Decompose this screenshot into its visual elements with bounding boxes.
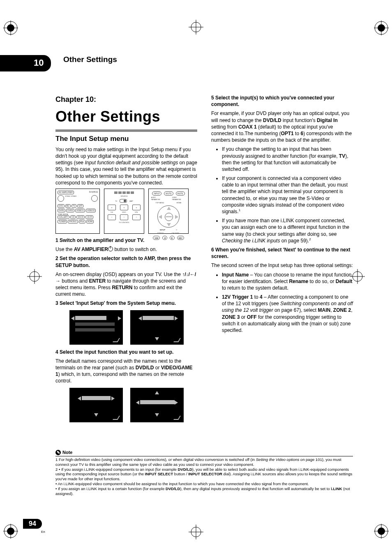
power-icon	[58, 195, 64, 202]
list-item: If you have more than one i.LINK compone…	[222, 217, 353, 244]
header-row: Other Settings	[58, 55, 363, 64]
note-label: ✎Note	[55, 450, 72, 456]
footnote-2c: • If you assign an i.LINK input to a cer…	[55, 486, 353, 496]
registration-mark-icon	[374, 524, 389, 539]
crop-mark-icon	[27, 269, 42, 284]
footnote-2b: • An i.LINK-equipped video component sho…	[55, 481, 353, 486]
note-icon: ✎	[55, 450, 61, 455]
list-item: If your component is connected via a com…	[222, 175, 353, 215]
remote-diagram-3: INPUTMUTEMUTE AUDIO PARAMETERVIDEO PARAM…	[148, 189, 189, 234]
step-2-body: An on-screen display (OSD) appears on yo…	[55, 271, 197, 298]
osd-diagram-row-2	[55, 388, 197, 422]
running-head: Other Settings	[63, 55, 117, 64]
remote-diagram-1: AV AMPLIFIERSOURCE ZONE2 ZONE3 DVDBDTVSA…	[55, 189, 100, 234]
footnote-1: 1 For high-definition video (using compo…	[55, 457, 353, 467]
crop-mark-icon	[189, 20, 203, 35]
dpad-icon: ENTER	[157, 205, 180, 228]
registration-mark-icon	[3, 21, 18, 35]
list-item: If you change the setting to an input th…	[222, 146, 353, 173]
intro-paragraph: You only need to make settings in the In…	[55, 146, 197, 186]
section-heading: The Input Setup menu	[55, 134, 197, 144]
osd-screen	[130, 388, 184, 422]
remote-diagram-2: SOURCE TV AMP +CH– +DISC– +VOL– TV CONTR…	[104, 189, 144, 234]
selector-switch-icon	[120, 198, 127, 203]
osd-screen	[69, 310, 123, 345]
registration-mark-icon	[3, 524, 18, 539]
section-rule	[55, 129, 197, 132]
page-language: En	[41, 530, 45, 534]
registration-mark-icon	[374, 21, 389, 35]
list-item: Input Name – You can choose to rename th…	[222, 272, 353, 292]
return-icon: ↩	[176, 229, 177, 231]
osd-screen	[130, 310, 184, 345]
chapter-number-tab: 10	[0, 55, 51, 71]
step-4-body: The default names correspond with the na…	[55, 358, 197, 385]
left-column: Chapter 10: Other Settings The Input Set…	[55, 94, 197, 426]
osd-diagram-row-1	[55, 310, 197, 345]
step-6-body: The second screen of the Input setup has…	[211, 262, 353, 269]
footnote-2a: 2 • If you assign i.LINK-equipped compon…	[55, 467, 353, 482]
step-4-heading: 4 Select the input function that you wan…	[55, 349, 197, 355]
step-6-bullets: Input Name – You can choose to rename th…	[211, 272, 353, 334]
chapter-label: Chapter 10:	[55, 94, 197, 104]
step-5-body: For example, if your DVD player only has…	[211, 110, 353, 143]
step-6-heading: 6 When you're finished, select 'Next' to…	[211, 246, 353, 260]
footnotes: ✎Note 1 For high-definition video (using…	[55, 450, 353, 496]
list-item: 12V Trigger 1 to 4 – After connecting a …	[222, 294, 353, 334]
step-5-bullets: If you change the setting to an input th…	[211, 146, 353, 244]
step-3-heading: 3 Select 'Input Setup' from the System S…	[55, 300, 197, 306]
chapter-title: Other Settings	[55, 107, 197, 127]
remote-diagram-row: AV AMPLIFIERSOURCE ZONE2 ZONE3 DVDBDTVSA…	[55, 189, 197, 234]
page-number: 94	[23, 519, 42, 529]
step-2-heading: 2 Set the operation selector switch to A…	[55, 255, 197, 268]
step-5-heading: 5 Select the input(s) to which you've co…	[211, 94, 353, 108]
osd-screen	[69, 388, 123, 422]
content-columns: Chapter 10: Other Settings The Input Set…	[55, 94, 353, 426]
power-icon	[108, 246, 113, 251]
right-column: 5 Select the input(s) to which you've co…	[211, 94, 353, 426]
svg-rect-29	[124, 200, 126, 202]
page: 10 Other Settings Chapter 10: Other Sett…	[0, 0, 392, 555]
step-1-body: Use the AV AMPLIFIER button to switch on…	[55, 246, 197, 253]
crop-mark-icon	[189, 525, 203, 539]
